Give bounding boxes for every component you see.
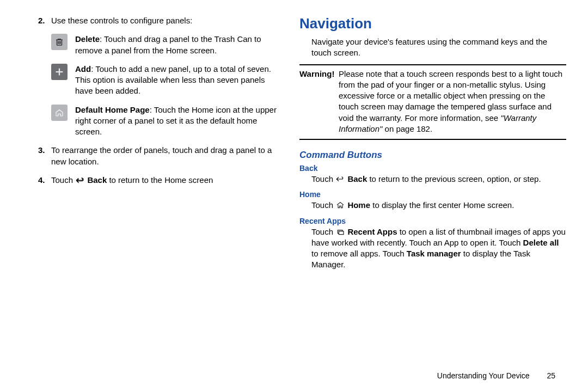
pre: Touch [311,174,335,183]
home-icon [335,201,345,209]
step-4: 4. Touch Back to return to the Home scre… [38,175,278,186]
right-column: Navigation Navigate your device's featur… [299,15,566,381]
back-label: Back [87,175,107,185]
control-delete-text: Delete: Touch and drag a panel to the Tr… [75,34,278,56]
post: to return to the Home screen [109,175,213,185]
step-2: 2. Use these controls to configure panel… [38,15,278,26]
task-manager-label: Task manager [407,249,461,258]
navigation-intro: Navigate your device's features using th… [299,36,566,59]
mid2: to remove all apps. Touch [311,249,407,258]
step-text: To rearrange the order of panels, touch … [51,145,278,167]
home-outline-icon [51,105,68,121]
heading-home: Home [299,190,566,199]
back-arrow-icon [335,175,345,183]
back-description: Touch Back to return to the previous scr… [299,174,566,185]
control-add-text: Add: Touch to add a new panel, up to a t… [75,64,278,97]
step-number: 2. [38,15,51,26]
label: Back [347,174,367,183]
control-default-text: Default Home Page: Touch the Home icon a… [75,105,278,138]
manual-page: 2. Use these controls to configure panel… [0,0,588,392]
home-description: Touch Home to display the first center H… [299,200,566,211]
label: Delete [75,34,100,44]
footer-page-number: 25 [547,371,555,380]
label: Default Home Page [75,105,150,114]
trash-icon [51,34,68,50]
label: Add [75,64,91,74]
heading-recent-apps: Recent Apps [299,217,566,225]
pre: Touch [311,200,335,210]
step-3: 3. To rearrange the order of panels, tou… [38,145,278,167]
text: : Touch and drag a panel to the Trash Ca… [75,34,261,54]
page-footer: Understanding Your Device 25 [437,371,555,380]
label: Home [347,200,370,210]
text: : Touch to add a new panel, up to a tota… [75,64,271,96]
plus-icon [51,64,68,80]
control-add: Add: Touch to add a new panel, up to a t… [51,64,278,97]
pre: Touch [311,227,335,236]
step-text: Use these controls to configure panels: [51,15,192,26]
footer-section: Understanding Your Device [437,371,530,380]
left-column: 2. Use these controls to configure panel… [38,15,278,381]
heading-navigation: Navigation [299,15,566,32]
warning-text-2: on page 182. [385,124,433,133]
pre: Touch [51,175,75,185]
step-number: 4. [38,175,51,186]
warning-label: Warning! [299,69,339,135]
post: to return to the previous screen, option… [369,174,541,183]
recent-apps-icon [335,228,345,236]
panel-controls-list: Delete: Touch and drag a panel to the Tr… [38,34,278,137]
heading-command-buttons: Command Buttons [299,150,566,161]
warning-box: Warning! Please note that a touch screen… [299,64,566,140]
control-default-home: Default Home Page: Touch the Home icon a… [51,105,278,138]
step-text: Touch Back to return to the Home screen [51,175,213,186]
svg-rect-7 [339,231,344,234]
label: Recent Apps [347,227,397,236]
back-arrow-icon [75,176,85,184]
control-delete: Delete: Touch and drag a panel to the Tr… [51,34,278,56]
step-number: 3. [38,145,51,167]
warning-body: Please note that a touch screen responds… [339,69,566,135]
heading-back: Back [299,164,566,173]
delete-all-label: Delete all [523,238,559,247]
recent-apps-description: Touch Recent Apps to open a list of thum… [299,226,566,271]
post: to display the first center Home screen. [372,200,514,210]
